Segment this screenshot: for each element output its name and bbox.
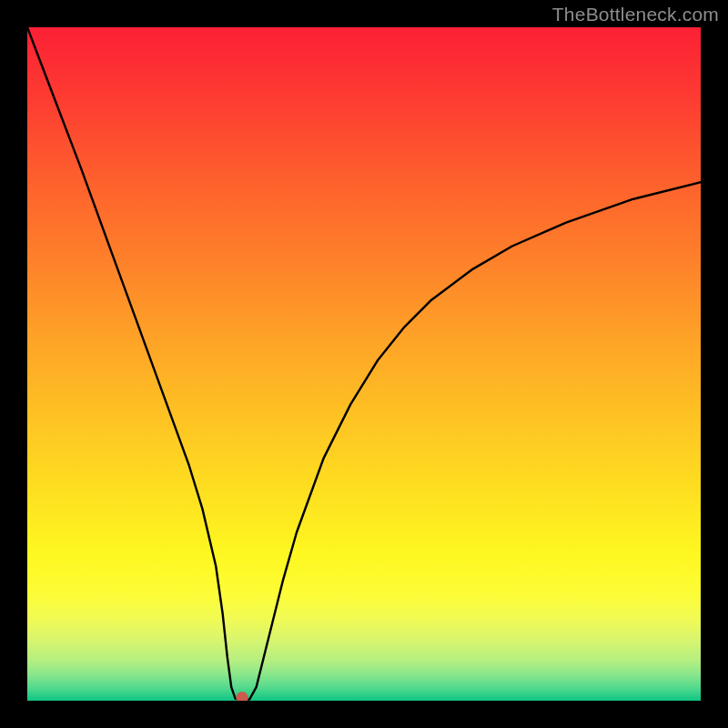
bottleneck-curve bbox=[27, 27, 701, 700]
watermark-text: TheBottleneck.com bbox=[552, 4, 719, 25]
chart-stage: TheBottleneck.com bbox=[0, 0, 728, 728]
optimal-point-marker bbox=[236, 692, 248, 701]
chart-svg bbox=[27, 27, 701, 701]
